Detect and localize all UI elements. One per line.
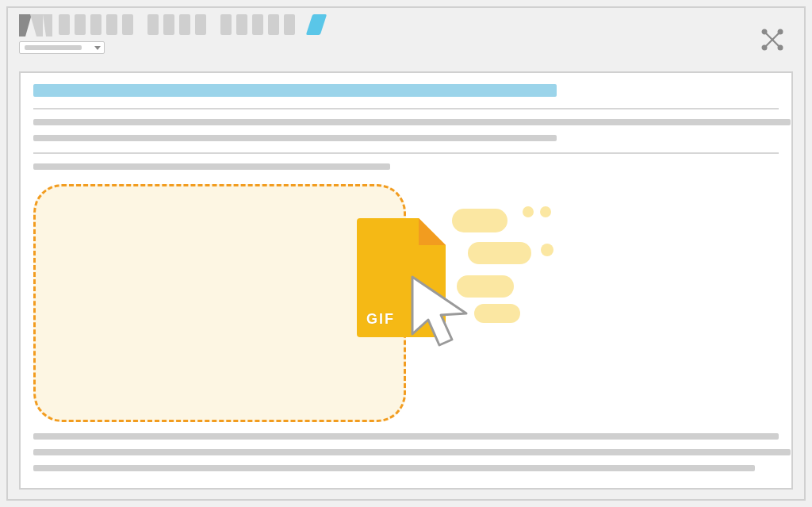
fullscreen-icon[interactable]: [761, 29, 783, 51]
cursor-arrow-icon: [404, 272, 484, 359]
toolbar-button[interactable]: [90, 14, 102, 35]
svg-point-8: [779, 46, 783, 50]
font-style-dropdown[interactable]: [19, 41, 105, 54]
gif-file-drag-graphic: GIF: [357, 210, 531, 353]
chevron-down-icon: [94, 46, 101, 50]
toolbar-button[interactable]: [195, 14, 206, 35]
dropdown-value-placeholder: [25, 45, 82, 50]
toolbar-active-indicator-icon: [306, 14, 327, 35]
toolbar-main-row: [19, 14, 793, 36]
toolbar-button[interactable]: [220, 14, 232, 35]
svg-marker-16: [412, 277, 466, 345]
image-drop-zone[interactable]: GIF: [33, 184, 406, 422]
toolbar-button[interactable]: [163, 14, 174, 35]
svg-point-10: [523, 206, 534, 217]
text-line-placeholder: [33, 465, 755, 471]
toolbar: [8, 8, 804, 62]
gif-file-icon[interactable]: GIF: [357, 218, 446, 337]
motion-trail-icon: [452, 202, 563, 329]
svg-point-6: [779, 30, 783, 34]
svg-rect-9: [452, 209, 508, 232]
svg-rect-12: [468, 242, 531, 264]
text-line-placeholder: [33, 135, 557, 141]
svg-point-13: [541, 244, 553, 256]
toolbar-button[interactable]: [106, 14, 117, 35]
svg-rect-14: [457, 275, 514, 298]
bottom-text-block: [33, 433, 779, 471]
toolbar-button[interactable]: [268, 14, 279, 35]
svg-marker-2: [43, 14, 52, 36]
text-line-placeholder: [33, 433, 779, 440]
document-canvas[interactable]: GIF: [19, 71, 793, 490]
divider: [33, 152, 779, 154]
toolbar-button[interactable]: [59, 14, 70, 35]
toolbar-button[interactable]: [284, 14, 295, 35]
divider: [33, 108, 779, 109]
toolbar-button[interactable]: [147, 14, 159, 35]
text-line-placeholder: [33, 163, 390, 170]
toolbar-button[interactable]: [122, 14, 133, 35]
toolbar-sub-row: [19, 41, 793, 54]
page-title-placeholder: [33, 84, 557, 97]
toolbar-button[interactable]: [236, 14, 247, 35]
file-type-label: GIF: [366, 311, 395, 328]
toolbar-button[interactable]: [75, 14, 86, 35]
toolbar-button[interactable]: [179, 14, 190, 35]
app-logo-icon: [19, 14, 52, 36]
svg-point-5: [763, 30, 767, 34]
toolbar-button[interactable]: [252, 14, 263, 35]
svg-rect-15: [474, 304, 520, 323]
text-line-placeholder: [33, 119, 791, 125]
svg-point-11: [540, 206, 551, 217]
svg-marker-1: [30, 14, 43, 36]
svg-marker-0: [19, 14, 32, 36]
svg-point-7: [763, 46, 767, 50]
window-frame: GIF: [6, 6, 806, 501]
text-line-placeholder: [33, 449, 791, 455]
